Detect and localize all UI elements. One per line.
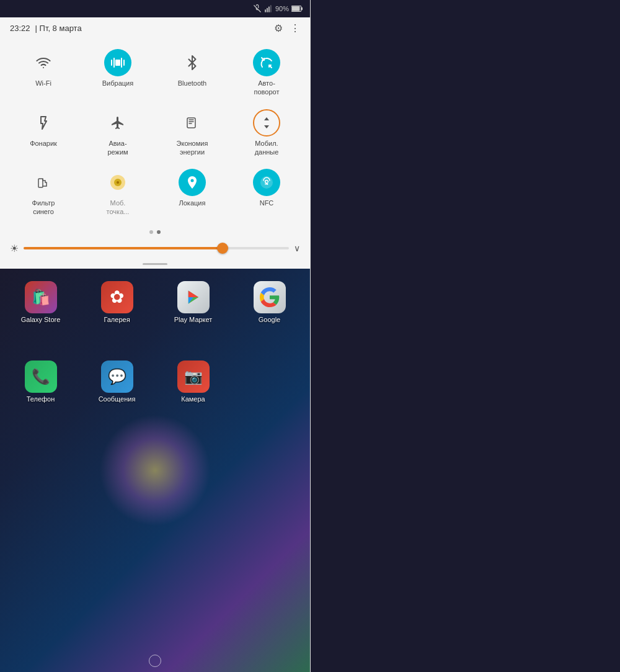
battery-icon [291, 6, 303, 12]
messages-icon-left: 💬 [101, 361, 133, 393]
messages-label-left: Сообщения [99, 395, 136, 403]
vibration-icon-wrap-left [104, 49, 131, 76]
qs-bluetooth-left[interactable]: Bluetooth [156, 44, 228, 102]
left-app-grid-1: 🛍️ Galaxy Store ✿ Галерея Play Маркет [0, 269, 310, 323]
location-icon-wrap-left [179, 169, 206, 196]
left-brightness-track[interactable] [24, 247, 289, 249]
data-icon-left [259, 115, 274, 130]
left-panel: 90% 23:22 | Пт, 8 марта ⚙ ⋮ [0, 0, 310, 672]
left-brightness-expand[interactable]: ∨ [294, 243, 300, 253]
bluetooth-icon-wrap-left [179, 49, 206, 76]
qs-wifi-left[interactable]: Wi-Fi [7, 44, 79, 102]
svg-rect-0 [265, 9, 266, 12]
battery-text: 90% [275, 5, 289, 12]
brightness-low-icon-left: ☀ [10, 243, 19, 254]
svg-rect-6 [292, 6, 300, 11]
qs-flashlight-left[interactable]: Фонарик [7, 104, 79, 162]
left-brightness-thumb[interactable] [217, 243, 228, 254]
app-google-left[interactable]: Google [236, 281, 303, 323]
gallery-icon-left: ✿ [101, 281, 133, 313]
left-more-icon[interactable]: ⋮ [290, 22, 300, 34]
camera-label-left: Камера [181, 395, 205, 403]
wifi-icon-wrap-left [30, 49, 57, 76]
powersave-label-left: Экономияэнергии [177, 139, 208, 157]
bluelight-label-left: Фильтрсинего [32, 199, 55, 217]
left-time: 23:22 [10, 24, 30, 33]
left-home-indicator[interactable] [149, 655, 161, 667]
nfc-icon-left: N [259, 175, 274, 190]
left-header-icons: ⚙ ⋮ [274, 22, 300, 34]
dot-1-left[interactable] [149, 230, 153, 234]
qs-powersave-left[interactable]: Экономияэнергии [156, 104, 228, 162]
svg-point-13 [117, 181, 119, 184]
left-nav-handle [0, 259, 310, 269]
qs-hotspot-left[interactable]: Моб.точка... [82, 164, 154, 222]
app-camera-left[interactable]: 📷 Камера [160, 361, 226, 403]
qs-bluelight-left[interactable]: Фильтрсинего [7, 164, 79, 222]
left-notification-panel: 23:22 | Пт, 8 марта ⚙ ⋮ [0, 17, 310, 269]
app-galaxy-left[interactable]: 🛍️ Galaxy Store [7, 281, 74, 323]
qs-autorotate-left[interactable]: Авто-поворот [231, 44, 303, 102]
wifi-icon-left [36, 55, 51, 70]
qs-location-left[interactable]: Локация [156, 164, 228, 222]
hotspot-icon-wrap-left [104, 169, 131, 196]
left-page-dots [0, 226, 310, 238]
nfc-icon-wrap-left: N [253, 169, 280, 196]
galaxy-icon-left: 🛍️ [25, 281, 57, 313]
location-icon-left [185, 175, 200, 190]
left-brightness-row: ☀ ∨ [0, 238, 310, 259]
svg-point-7 [43, 67, 44, 68]
mobiledata-label-left: Мобил.данные [255, 139, 279, 157]
nfc-label-left: NFC [260, 199, 274, 207]
galaxy-label-left: Galaxy Store [21, 316, 61, 323]
airplane-label-left: Авиа-режим [107, 139, 128, 157]
svg-rect-10 [38, 179, 43, 187]
google-label-left: Google [259, 316, 280, 323]
svg-point-17 [266, 183, 268, 185]
app-gallery-left[interactable]: ✿ Галерея [84, 281, 150, 323]
flashlight-icon-wrap-left [30, 109, 57, 137]
svg-rect-2 [268, 7, 270, 12]
app-messages-left[interactable]: 💬 Сообщения [84, 361, 150, 403]
left-settings-icon[interactable]: ⚙ [274, 22, 283, 34]
google-icon-left [254, 281, 286, 313]
svg-point-14 [191, 179, 194, 182]
hotspot-icon-left [107, 171, 129, 194]
svg-rect-3 [270, 5, 272, 12]
left-home-screen: 🛍️ Galaxy Store ✿ Галерея Play Маркет [0, 269, 310, 672]
play-label-left: Play Маркет [174, 316, 213, 323]
leaf-icon-left [185, 115, 200, 130]
qs-airplane-left[interactable]: Авиа-режим [82, 104, 154, 162]
left-handle-bar [143, 263, 167, 265]
airplane-icon-wrap-left [104, 109, 131, 137]
mobiledata-icon-wrap-left [253, 109, 280, 137]
location-label-left: Локация [179, 199, 206, 207]
qs-nfc-left[interactable]: N NFC [231, 164, 303, 222]
autorotate-icon-wrap-left [253, 49, 280, 76]
main-container: 90% 23:22 | Пт, 8 марта ⚙ ⋮ [0, 0, 620, 672]
app-phone-left[interactable]: 📞 Телефон [7, 361, 74, 403]
left-quick-settings: Wi-Fi Вибрация [0, 39, 310, 226]
flashlight-icon-left [36, 115, 51, 130]
left-brightness-fill [24, 247, 223, 249]
bluelight-icon-wrap-left [30, 169, 57, 196]
left-panel-header: 23:22 | Пт, 8 марта ⚙ ⋮ [0, 17, 310, 39]
left-status-icons: 90% [253, 4, 303, 13]
gallery-label-left: Галерея [104, 316, 130, 323]
svg-rect-8 [115, 60, 120, 66]
rotate-icon-left [259, 55, 274, 70]
signal-icon [264, 4, 273, 13]
bluetooth-label-left: Bluetooth [178, 79, 206, 87]
airplane-icon-left [110, 115, 125, 130]
wifi-label-left: Wi-Fi [35, 79, 51, 87]
left-date: | Пт, 8 марта [35, 24, 82, 33]
mute-icon [253, 4, 262, 13]
app-play-left[interactable]: Play Маркет [160, 281, 226, 323]
qs-vibration-left[interactable]: Вибрация [82, 44, 154, 102]
powersave-icon-wrap-left [179, 109, 206, 137]
play-icon-left [177, 281, 210, 313]
phone-icon-left: 📞 [25, 361, 57, 393]
eye-icon-left [36, 175, 51, 190]
dot-2-left[interactable] [157, 230, 161, 234]
qs-mobiledata-left[interactable]: Мобил.данные [231, 104, 303, 162]
